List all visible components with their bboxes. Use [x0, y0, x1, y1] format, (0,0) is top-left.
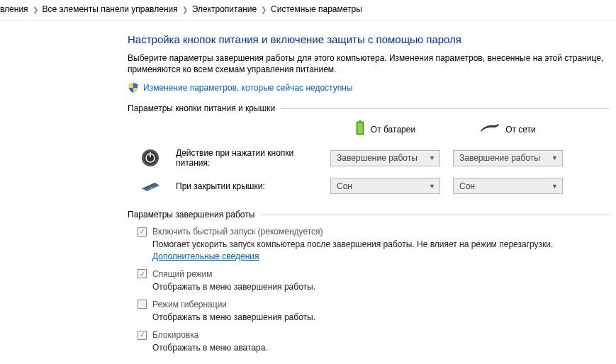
- checkbox-desc: Помогает ускорить запуск компьютера посл…: [152, 239, 610, 261]
- checkbox-desc: Отображать в меню завершения работы.: [152, 281, 610, 292]
- admin-change-link[interactable]: Изменение параметров, которые сейчас нед…: [143, 83, 353, 93]
- chevron-down-icon: ▼: [551, 183, 558, 190]
- section-power-lid: Параметры кнопки питания и крышки: [128, 103, 610, 113]
- content-panel: Настройка кнопок питания и включение защ…: [128, 33, 610, 353]
- section-shutdown: Параметры завершения работы: [128, 210, 610, 220]
- checkbox-fast-startup: ✓ Включить быстрый запуск (рекомендуется…: [138, 227, 610, 261]
- breadcrumb-item-2[interactable]: Электропитание: [192, 4, 257, 14]
- chevron-right-icon: ❯: [182, 6, 188, 13]
- dropdown-lid-ac[interactable]: Сон ▼: [453, 178, 563, 194]
- checkbox-desc: Отображать в меню завершения работы.: [152, 312, 610, 323]
- page-title: Настройка кнопок питания и включение защ…: [128, 33, 610, 45]
- breadcrumb-item-3[interactable]: Системные параметры: [271, 4, 362, 14]
- dropdown-power-battery[interactable]: Завершение работы ▼: [330, 150, 440, 166]
- row-power-button-label: Действие при нажатии кнопки питания:: [176, 148, 318, 168]
- power-button-icon: [138, 149, 163, 167]
- breadcrumb-item-1[interactable]: Все элементы панели управления: [43, 4, 178, 14]
- checkbox-icon[interactable]: [138, 300, 147, 309]
- chevron-down-icon: ▼: [551, 154, 558, 161]
- section-title: Параметры кнопки питания и крышки: [128, 103, 275, 113]
- column-battery: От батареи: [330, 120, 440, 138]
- shield-icon: [128, 82, 139, 93]
- checkbox-icon[interactable]: ✓: [138, 269, 147, 278]
- checkbox-desc: Отображать в меню аватара.: [152, 342, 610, 353]
- dropdown-value: Завершение работы: [337, 153, 418, 163]
- checkbox-label: Включить быстрый запуск (рекомендуется): [152, 227, 323, 237]
- lid-icon: [138, 178, 163, 194]
- battery-icon: [355, 120, 365, 138]
- checkbox-list: ✓ Включить быстрый запуск (рекомендуется…: [138, 227, 610, 353]
- more-info-link[interactable]: Дополнительные сведения: [152, 251, 259, 261]
- dropdown-value: Сон: [459, 181, 475, 191]
- row-lid-label: При закрытии крышки:: [176, 181, 318, 191]
- dropdown-value: Сон: [337, 181, 352, 191]
- dropdown-power-ac[interactable]: Завершение работы ▼: [453, 150, 563, 166]
- checkbox-lock: ✓ Блокировка Отображать в меню аватара.: [138, 330, 610, 353]
- dropdown-value: Завершение работы: [459, 153, 540, 163]
- column-battery-label: От батареи: [371, 125, 415, 135]
- admin-link-row[interactable]: Изменение параметров, которые сейчас нед…: [128, 82, 610, 93]
- dropdown-lid-battery[interactable]: Сон ▼: [330, 178, 440, 194]
- checkbox-sleep: ✓ Спящий режим Отображать в меню заверше…: [138, 269, 610, 292]
- checkbox-label: Спящий режим: [152, 269, 212, 279]
- chevron-down-icon: ▼: [429, 154, 435, 161]
- column-ac-label: От сети: [505, 125, 536, 135]
- power-grid: От батареи От сети Действие при нажатии …: [138, 120, 610, 194]
- checkbox-label: Блокировка: [152, 330, 198, 340]
- column-ac: От сети: [453, 123, 563, 135]
- svg-rect-2: [357, 123, 362, 134]
- breadcrumb-item-0[interactable]: вления: [0, 4, 28, 14]
- checkbox-label: Режим гибернации: [152, 300, 227, 309]
- chevron-right-icon: ❯: [261, 6, 267, 13]
- divider: [260, 215, 610, 215]
- breadcrumb: вления ❯ Все элементы панели управления …: [0, 0, 616, 21]
- checkbox-hibernate: Режим гибернации Отображать в меню завер…: [138, 300, 610, 323]
- chevron-down-icon: ▼: [429, 183, 435, 190]
- divider: [281, 108, 610, 109]
- checkbox-icon[interactable]: ✓: [138, 227, 147, 237]
- plug-icon: [480, 123, 500, 135]
- chevron-right-icon: ❯: [33, 6, 38, 13]
- checkbox-icon[interactable]: ✓: [138, 331, 147, 340]
- section-title: Параметры завершения работы: [128, 210, 254, 220]
- page-subtitle: Выберите параметры завершения работы для…: [128, 52, 610, 75]
